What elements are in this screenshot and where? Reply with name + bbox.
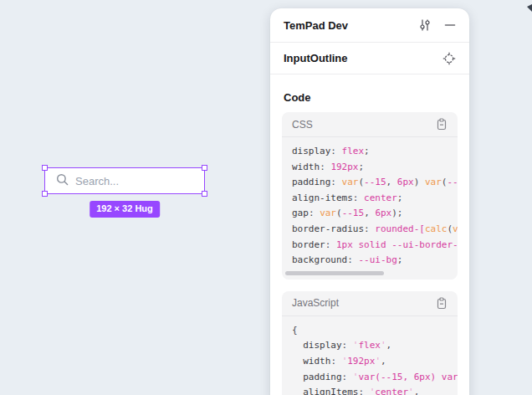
copy-icon[interactable] bbox=[436, 118, 448, 131]
horizontal-scrollbar bbox=[282, 269, 458, 280]
code-line: gap: var(--15, 6px); bbox=[292, 206, 458, 222]
code-line: background: --ui-bg; bbox=[292, 253, 458, 269]
code-line: padding: var(--15, 6px) var(-- bbox=[292, 175, 458, 191]
javascript-code-block: JavaScript { display: 'flex', width: '19… bbox=[282, 291, 458, 395]
code-section-title: Code bbox=[284, 91, 456, 104]
size-badge: 192 × 32 Hug bbox=[90, 201, 160, 218]
divider bbox=[270, 74, 469, 74]
selected-node-row: InputOutline bbox=[270, 43, 469, 74]
scrollbar-thumb[interactable] bbox=[285, 271, 384, 275]
code-line: border-radius: rounded-[calc(var bbox=[292, 222, 458, 238]
code-line: border: 1px solid --ui-border- bbox=[292, 238, 458, 254]
code-line: padding: 'var(--15, 6px) var bbox=[292, 370, 458, 386]
search-placeholder-text: Search... bbox=[75, 175, 119, 187]
code-line: alignItems: 'center', bbox=[292, 385, 458, 395]
target-icon[interactable] bbox=[442, 52, 456, 65]
css-block-label: CSS bbox=[292, 119, 313, 131]
sliders-icon[interactable] bbox=[418, 18, 432, 32]
css-code-block: CSS display: flex;width: 192px;padding: … bbox=[282, 112, 458, 280]
css-block-header: CSS bbox=[282, 112, 458, 137]
selection-handle-bottom-left[interactable] bbox=[42, 191, 48, 197]
minimize-icon[interactable] bbox=[444, 19, 456, 31]
selected-node-name: InputOutline bbox=[284, 52, 348, 64]
tempad-dev-panel: TemPad Dev InputOutline bbox=[270, 8, 469, 395]
code-line: width: 192px; bbox=[292, 160, 458, 176]
search-input-component[interactable]: Search... bbox=[44, 167, 205, 194]
code-line: { bbox=[292, 323, 458, 339]
selection-handle-top-right[interactable] bbox=[202, 165, 207, 171]
javascript-code[interactable]: { display: 'flex', width: '192px', paddi… bbox=[282, 316, 458, 395]
panel-title: TemPad Dev bbox=[284, 19, 348, 32]
code-line: display: flex; bbox=[292, 144, 458, 160]
copy-icon[interactable] bbox=[436, 297, 448, 310]
code-line: align-items: center; bbox=[292, 191, 458, 207]
code-line: width: '192px', bbox=[292, 354, 458, 370]
cursor-artifact bbox=[527, 0, 532, 15]
code-line: display: 'flex', bbox=[292, 338, 458, 354]
selection-handle-bottom-right[interactable] bbox=[202, 191, 207, 197]
selection-handle-top-left[interactable] bbox=[42, 165, 48, 171]
css-code[interactable]: display: flex;width: 192px;padding: var(… bbox=[282, 137, 458, 269]
search-icon bbox=[55, 172, 69, 190]
javascript-block-header: JavaScript bbox=[282, 291, 458, 316]
panel-header: TemPad Dev bbox=[270, 8, 469, 42]
javascript-block-label: JavaScript bbox=[292, 297, 339, 309]
